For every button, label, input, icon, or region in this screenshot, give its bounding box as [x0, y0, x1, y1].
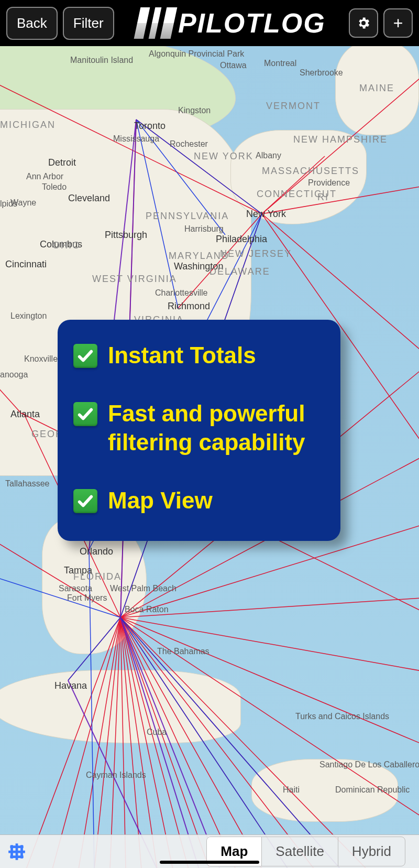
feature-item: Map View — [73, 486, 325, 515]
city-label: Ottawa — [220, 61, 247, 70]
back-button[interactable]: Back — [6, 7, 58, 40]
state-label: VERMONT — [266, 101, 321, 112]
feature-text: Fast and powerful filtering capability — [108, 399, 325, 457]
tab-satellite[interactable]: Satellite — [262, 837, 338, 866]
land-hispaniola — [251, 759, 398, 822]
svg-line-13 — [120, 596, 419, 617]
plus-icon: + — [393, 15, 403, 31]
state-label: NEW HAMPSHIRE — [293, 134, 388, 145]
check-icon — [73, 402, 97, 426]
home-indicator — [160, 861, 259, 864]
feature-card: Instant Totals Fast and powerful filteri… — [58, 320, 340, 541]
svg-line-14 — [120, 617, 419, 675]
state-label: FLORIDA — [73, 571, 122, 582]
settings-button[interactable] — [349, 8, 378, 38]
state-label: PENNSYLVANIA — [146, 211, 229, 222]
tab-hybrid[interactable]: Hybrid — [338, 837, 405, 866]
state-label: WEST VIRGINIA — [92, 274, 177, 285]
city-label: The Bahamas — [157, 647, 210, 656]
feature-text: Instant Totals — [108, 341, 256, 370]
top-toolbar: Back Filter PILOTLOG + — [0, 0, 419, 46]
state-label: MICHIGAN — [0, 120, 56, 131]
city-label: Montreal — [264, 59, 296, 68]
state-label: OHIO — [52, 240, 81, 251]
state-label: MASSACHUSETTS — [262, 166, 359, 177]
city-label: Turks and Caicos Islands — [295, 712, 389, 721]
app-title: PILOTLOG — [178, 7, 326, 39]
map-view[interactable]: OttawaMontrealSherbrookeKingstonTorontoM… — [0, 46, 419, 868]
city-label: Tallahassee — [5, 479, 50, 489]
state-label: MAINE — [359, 83, 394, 94]
check-icon — [73, 489, 97, 513]
city-label: Cayman Islands — [86, 771, 146, 780]
state-label: DELAWARE — [210, 266, 270, 277]
feature-text: Map View — [108, 486, 213, 515]
state-label: RI — [317, 192, 329, 203]
gear-icon — [356, 16, 371, 30]
app-logo: PILOTLOG — [119, 7, 344, 39]
grid-icon — [7, 842, 27, 862]
grid-button[interactable] — [0, 842, 34, 862]
land-cuba — [0, 670, 241, 743]
feature-item: Instant Totals — [73, 341, 325, 370]
state-label: NEW JERSEY — [220, 248, 292, 259]
feature-item: Fast and powerful filtering capability — [73, 399, 325, 457]
filter-button[interactable]: Filter — [63, 7, 114, 40]
logo-icon — [134, 7, 178, 39]
add-button[interactable]: + — [383, 8, 413, 38]
check-icon — [73, 344, 97, 368]
state-label: NEW YORK — [194, 151, 253, 162]
